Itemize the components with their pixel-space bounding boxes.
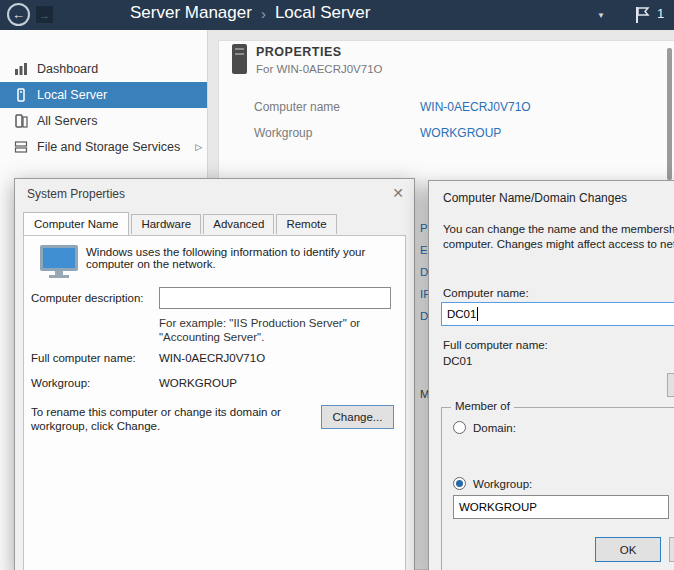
example-text-line1: For example: "IIS Production Server" or bbox=[159, 317, 360, 329]
domain-radio-label[interactable]: Domain: bbox=[473, 422, 516, 434]
full-computer-name-value: WIN-0AECRJ0V71O bbox=[159, 352, 265, 364]
workgroup-input-value: WORKGROUP bbox=[459, 501, 537, 513]
full-computer-name-label: Full computer name: bbox=[31, 352, 136, 364]
computer-name-tab-page: Windows uses the following information t… bbox=[23, 235, 406, 570]
back-arrow-icon: ← bbox=[12, 8, 25, 21]
sidebar-item-label: Local Server bbox=[37, 88, 107, 102]
computer-name-label: Computer name: bbox=[443, 287, 529, 299]
rename-hint-line1: To rename this computer or change its do… bbox=[31, 406, 281, 418]
workgroup-label: Workgroup: bbox=[31, 377, 90, 389]
tab-advanced[interactable]: Advanced bbox=[203, 214, 274, 234]
more-button-clipped[interactable] bbox=[667, 373, 674, 397]
sidebar-item-label: File and Storage Services bbox=[37, 140, 180, 154]
computer-name-label: Computer name bbox=[254, 100, 340, 114]
forward-button[interactable]: → bbox=[36, 6, 53, 23]
tab-hardware[interactable]: Hardware bbox=[131, 214, 201, 234]
domain-radio-button[interactable] bbox=[453, 421, 466, 434]
change-button[interactable]: Change... bbox=[321, 405, 394, 429]
member-of-label: Member of bbox=[451, 400, 514, 412]
server-properties-icon bbox=[232, 44, 247, 74]
workgroup-input[interactable]: WORKGROUP bbox=[453, 495, 669, 519]
back-button[interactable]: ← bbox=[7, 3, 30, 26]
workgroup-value: WORKGROUP bbox=[159, 377, 237, 389]
notification-flag-icon[interactable] bbox=[634, 6, 650, 28]
computer-name-domain-changes-dialog: Computer Name/Domain Changes You can cha… bbox=[428, 180, 674, 570]
sidebar-item-all-servers[interactable]: All Servers bbox=[0, 108, 207, 134]
dialog-body-line2: computer. Changes might affect access to… bbox=[443, 238, 674, 250]
sidebar-item-local-server[interactable]: Local Server bbox=[0, 82, 207, 108]
close-icon[interactable]: ✕ bbox=[392, 185, 404, 201]
breadcrumb-server-manager[interactable]: Server Manager bbox=[130, 3, 252, 23]
dialog-title: Computer Name/Domain Changes bbox=[443, 191, 627, 205]
computer-monitor-icon bbox=[38, 244, 80, 280]
workgroup-radio-label[interactable]: Workgroup: bbox=[473, 478, 532, 490]
example-text-line2: "Accounting Server". bbox=[159, 331, 264, 343]
breadcrumb: Server Manager › Local Server bbox=[130, 3, 370, 23]
computer-name-link[interactable]: WIN-0AECRJ0V71O bbox=[420, 100, 531, 114]
sidebar-item-label: Dashboard bbox=[37, 62, 98, 76]
cancel-button-clipped[interactable] bbox=[669, 537, 674, 562]
ok-button[interactable]: OK bbox=[595, 537, 661, 562]
workgroup-radio-row[interactable]: Workgroup: bbox=[453, 477, 532, 490]
system-properties-dialog: System Properties ✕ Computer Name Hardwa… bbox=[14, 178, 415, 570]
sidebar-item-dashboard[interactable]: Dashboard bbox=[0, 56, 207, 82]
dialog-titlebar[interactable]: System Properties ✕ bbox=[15, 179, 414, 209]
notification-count[interactable]: 1 bbox=[657, 6, 664, 21]
topbar: ← → Server Manager › Local Server ▼ 1 bbox=[0, 0, 674, 30]
workgroup-radio-button[interactable] bbox=[453, 477, 466, 490]
domain-radio-row[interactable]: Domain: bbox=[453, 421, 516, 434]
vertical-scrollbar[interactable] bbox=[667, 48, 672, 180]
computer-name-input[interactable]: DC01 bbox=[441, 302, 674, 326]
server-manager-window: ← → Server Manager › Local Server ▼ 1 Da… bbox=[0, 0, 674, 570]
sidebar-item-label: All Servers bbox=[37, 114, 97, 128]
tab-strip: Computer Name Hardware Advanced Remote bbox=[23, 212, 339, 234]
workgroup-link[interactable]: WORKGROUP bbox=[420, 126, 501, 140]
servers-icon bbox=[14, 114, 28, 128]
workgroup-label: Workgroup bbox=[254, 126, 312, 140]
computer-description-label: Computer description: bbox=[31, 292, 144, 304]
forward-arrow-icon: → bbox=[39, 9, 50, 21]
properties-heading: PROPERTIES bbox=[256, 45, 342, 59]
chevron-right-icon[interactable]: ▷ bbox=[195, 142, 202, 152]
storage-icon bbox=[14, 140, 28, 154]
intro-text: Windows uses the following information t… bbox=[86, 246, 400, 270]
dashboard-icon bbox=[14, 62, 28, 76]
server-icon bbox=[14, 88, 28, 102]
tab-remote[interactable]: Remote bbox=[276, 214, 336, 234]
breadcrumb-separator: › bbox=[261, 5, 266, 22]
text-cursor bbox=[477, 307, 478, 321]
sidebar-item-file-storage-services[interactable]: File and Storage Services ▷ bbox=[0, 134, 207, 160]
rename-hint-line2: workgroup, click Change. bbox=[31, 420, 160, 432]
full-computer-name-value: DC01 bbox=[443, 355, 472, 367]
breadcrumb-local-server[interactable]: Local Server bbox=[275, 3, 370, 23]
chevron-down-icon[interactable]: ▼ bbox=[597, 11, 605, 20]
computer-name-value: DC01 bbox=[447, 308, 476, 320]
tab-computer-name[interactable]: Computer Name bbox=[23, 212, 129, 235]
full-computer-name-label: Full computer name: bbox=[443, 339, 548, 351]
dialog-body-line1: You can change the name and the membersh… bbox=[443, 223, 674, 235]
computer-description-input[interactable] bbox=[159, 287, 391, 309]
properties-subheading: For WIN-0AECRJ0V71O bbox=[256, 63, 383, 75]
dialog-title: System Properties bbox=[27, 187, 125, 201]
